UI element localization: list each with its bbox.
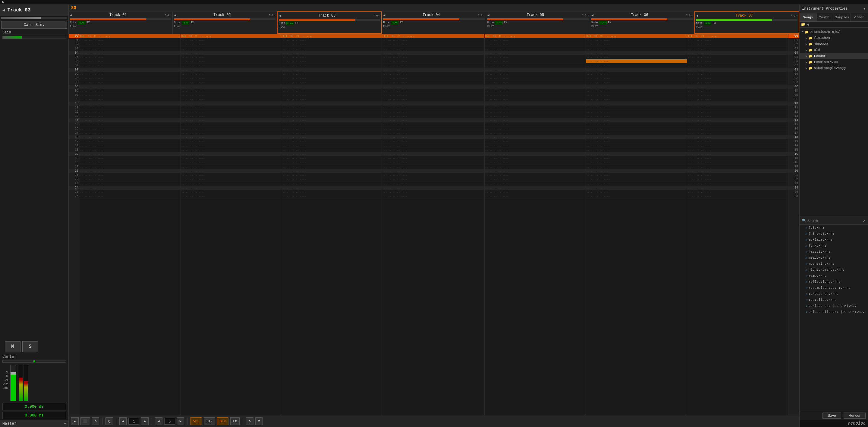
pattern-row-5-36[interactable]: .. -- -- .. ----: [586, 186, 687, 190]
pattern-row-3-38[interactable]: .. -- -- .. ----: [383, 194, 484, 198]
pattern-row-3-30[interactable]: .. -- -- .. ----: [383, 161, 484, 165]
pattern-row-1-6[interactable]: .. -- -- .. ----: [181, 59, 282, 64]
search-result-2[interactable]: ♫ ecklace.xrns: [800, 237, 868, 243]
pattern-row-4-37[interactable]: .. .. -- .. ----: [485, 190, 586, 194]
pattern-row-3-3[interactable]: .. -- -- .. ----: [383, 47, 484, 51]
toolbar-step-input[interactable]: [128, 418, 139, 425]
pattern-row-6-35[interactable]: .. -- -- .. ----: [687, 182, 788, 186]
pattern-row-0-2[interactable]: .. .. -- .. ----: [80, 42, 181, 47]
pattern-row-4-9[interactable]: .. .. -- .. ----: [485, 72, 586, 76]
pattern-row-1-18[interactable]: .. .. -- .. ----: [181, 110, 282, 114]
pattern-row-4-27[interactable]: .. .. -- .. ----: [485, 148, 586, 152]
pattern-row-4-18[interactable]: .. .. -- .. ----: [485, 110, 586, 114]
pattern-row-2-32[interactable]: .. -- -- .. ----: [282, 169, 383, 173]
pattern-row-5-18[interactable]: .. .. -- .. ----: [586, 110, 687, 114]
pattern-row-0-36[interactable]: .. -- -- .. ----: [80, 186, 181, 190]
pattern-row-3-1[interactable]: .. -- -- .. ----: [383, 38, 484, 42]
track-settings-track02[interactable]: ⚙: [272, 13, 273, 17]
pattern-row-2-16[interactable]: .. .. -- .. ----: [282, 101, 383, 106]
pattern-row-2-3[interactable]: .. -- -- .. ----: [282, 47, 383, 51]
search-result-5[interactable]: ♫ meadow.xrns: [800, 255, 868, 261]
pattern-row-6-7[interactable]: .. -- -- .. ----: [687, 64, 788, 68]
pattern-row-2-18[interactable]: .. .. -- .. ----: [282, 110, 383, 114]
tab-other[interactable]: Other: [851, 13, 868, 21]
pattern-row-6-18[interactable]: .. -- -- .. ----: [687, 110, 788, 114]
pattern-row-4-38[interactable]: .. .. -- .. ----: [485, 194, 586, 198]
pattern-row-6-9[interactable]: .. .. -- .. ----: [687, 72, 788, 76]
pattern-row-2-2[interactable]: .. .. -- .. ----: [282, 42, 383, 47]
file-tree-finishem[interactable]: ▶ 📁 finishem: [800, 35, 868, 41]
search-result-8[interactable]: ♫ ramp.xrns: [800, 273, 868, 279]
pattern-row-3-5[interactable]: .. -- -- .. ----: [383, 55, 484, 59]
toolbar-stop-btn[interactable]: ⬛: [81, 417, 90, 425]
pattern-row-2-7[interactable]: .. .. -- .. ----: [282, 64, 383, 68]
pattern-row-3-21[interactable]: .. -- -- .. ----: [383, 123, 484, 127]
pattern-row-0-31[interactable]: .. .. -- .. ----: [80, 165, 181, 169]
pattern-row-5-4[interactable]: .. .. -- .. ----: [586, 51, 687, 55]
track-add-track07[interactable]: +: [791, 14, 792, 17]
pattern-row-5-12[interactable]: .. -- -- .. ----: [586, 85, 687, 89]
gain-slider[interactable]: [2, 36, 66, 39]
pattern-row-0-24[interactable]: .. .. -- .. ----: [80, 135, 181, 139]
pattern-row-1-36[interactable]: .. .. -- .. ----: [181, 186, 282, 190]
pattern-row-0-26[interactable]: .. .. -- .. ----: [80, 144, 181, 148]
toolbar-dly-btn[interactable]: DLY: [217, 417, 228, 425]
left-arrow-icon[interactable]: ◀: [807, 22, 809, 27]
pattern-row-5-15[interactable]: .. -- -- .. ----: [586, 97, 687, 101]
pattern-row-6-21[interactable]: .. .. -- .. ----: [687, 123, 788, 127]
track-play-btn-track02[interactable]: PLAY: [182, 21, 189, 24]
pattern-row-2-27[interactable]: .. -- -- .. ----: [282, 148, 383, 152]
mute-button[interactable]: M: [5, 341, 21, 352]
pattern-row-1-29[interactable]: .. -- -- .. ----: [181, 156, 282, 161]
pattern-row-4-16[interactable]: .. .. -- .. ----: [485, 101, 586, 106]
pattern-row-1-25[interactable]: .. .. -- .. ----: [181, 139, 282, 144]
pattern-row-1-1[interactable]: .. .. -- .. ----: [181, 38, 282, 42]
pattern-row-4-2[interactable]: .. -- -- .. ----: [485, 42, 586, 47]
pattern-row-4-30[interactable]: .. -- -- .. ----: [485, 161, 586, 165]
pattern-row-5-28[interactable]: .. .. -- .. ----: [586, 152, 687, 156]
pattern-row-5-20[interactable]: .. -- -- .. ----: [586, 118, 687, 123]
toolbar-step-right-btn[interactable]: ▶: [141, 417, 149, 425]
pattern-row-3-25[interactable]: .. .. -- .. ----: [383, 139, 484, 144]
pattern-row-0-21[interactable]: .. .. -- .. ----: [80, 123, 181, 127]
pattern-row-6-23[interactable]: .. .. -- .. ----: [687, 131, 788, 135]
pattern-row-4-13[interactable]: .. -- -- .. ----: [485, 89, 586, 93]
pattern-row-1-37[interactable]: .. .. -- .. ----: [181, 190, 282, 194]
pattern-row-6-24[interactable]: .. .. -- .. ----: [687, 135, 788, 139]
search-result-13[interactable]: ♪ ecklace ext (88 BPM).wav: [800, 303, 868, 309]
pattern-row-4-4[interactable]: .. .. -- .. ----: [485, 51, 586, 55]
pattern-row-1-0[interactable]: C-4 01 40 -- ----: [181, 34, 282, 38]
pattern-row-2-13[interactable]: .. .. -- .. ----: [282, 89, 383, 93]
pattern-row-3-11[interactable]: .. .. -- .. ----: [383, 80, 484, 85]
pattern-row-4-14[interactable]: .. .. -- .. ----: [485, 93, 586, 97]
file-tree-root[interactable]: ▼ 📁 /renoise/projs/: [800, 29, 868, 35]
pattern-row-6-4[interactable]: .. .. -- .. ----: [687, 51, 788, 55]
search-result-11[interactable]: ♫ takeapunch.xrns: [800, 291, 868, 297]
pattern-row-6-34[interactable]: .. -- -- .. ----: [687, 177, 788, 182]
track-left-arrow-track06[interactable]: ◀: [591, 13, 593, 18]
pattern-row-5-34[interactable]: .. -- -- .. ----: [586, 177, 687, 182]
pattern-row-2-26[interactable]: .. -- -- .. ----: [282, 144, 383, 148]
pattern-row-1-35[interactable]: .. -- -- .. ----: [181, 182, 282, 186]
pattern-row-6-29[interactable]: .. .. -- .. ----: [687, 156, 788, 161]
file-tree-old[interactable]: ▶ 📁 old: [800, 47, 868, 53]
search-result-6[interactable]: ♫ mountain.xrns: [800, 261, 868, 267]
pattern-row-2-10[interactable]: .. .. -- .. ----: [282, 76, 383, 80]
pattern-row-4-11[interactable]: .. .. -- .. ----: [485, 80, 586, 85]
pattern-row-3-35[interactable]: .. -- -- .. ----: [383, 182, 484, 186]
toolbar-vol-btn[interactable]: VOL: [190, 417, 202, 425]
pattern-row-0-17[interactable]: .. .. -- .. ----: [80, 106, 181, 110]
pattern-row-3-6[interactable]: .. .. -- .. ----: [383, 59, 484, 64]
pattern-row-5-38[interactable]: .. -- -- .. ----: [586, 194, 687, 198]
file-tree-renoiset[interactable]: ▶ 📁 renoiset470p: [800, 59, 868, 65]
pattern-row-5-23[interactable]: .. -- -- .. ----: [586, 131, 687, 135]
pattern-row-0-1[interactable]: .. -- -- .. ----: [80, 38, 181, 42]
pattern-row-5-13[interactable]: .. -- -- .. ----: [586, 89, 687, 93]
pattern-row-0-27[interactable]: .. -- -- .. ----: [80, 148, 181, 152]
pattern-row-1-9[interactable]: .. -- -- .. ----: [181, 72, 282, 76]
pattern-row-2-17[interactable]: .. -- -- .. ----: [282, 106, 383, 110]
track-settings-track04[interactable]: ⚙: [481, 13, 482, 17]
pattern-row-3-9[interactable]: .. .. -- .. ----: [383, 72, 484, 76]
pattern-row-1-31[interactable]: .. .. -- .. ----: [181, 165, 282, 169]
pattern-row-3-24[interactable]: .. .. -- .. ----: [383, 135, 484, 139]
